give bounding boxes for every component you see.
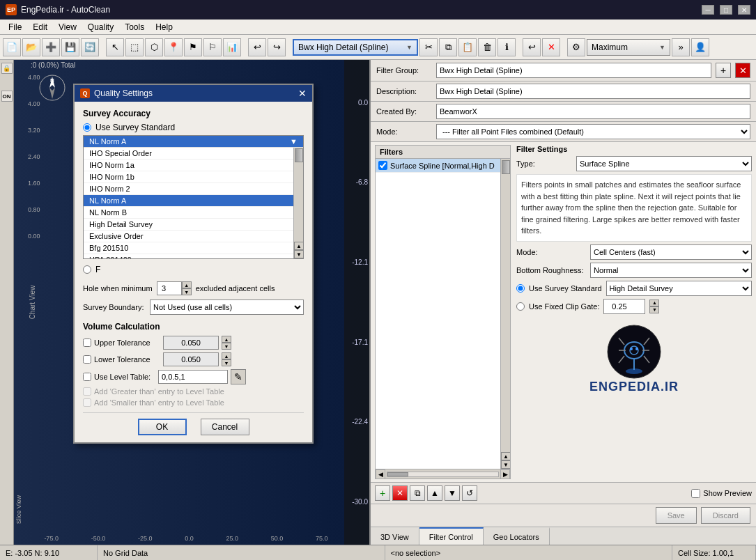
dd-item-0[interactable]: IHO Special Order xyxy=(84,148,303,160)
tb-delete[interactable]: 🗑 xyxy=(478,38,496,56)
level-table-edit-btn[interactable]: ✎ xyxy=(231,369,246,384)
tab-3d-view[interactable]: 3D View xyxy=(371,527,419,545)
lower-spin-up[interactable]: ▲ xyxy=(222,352,231,359)
tb-back[interactable]: ↩ xyxy=(523,38,541,56)
filter-group-add[interactable]: + xyxy=(716,63,731,78)
hscroll-right[interactable]: ▶ xyxy=(500,469,510,479)
tb-paste[interactable]: 📋 xyxy=(458,38,477,56)
discard-button[interactable]: Discard xyxy=(701,507,750,524)
filter-scrollbar[interactable]: ▲ ▼ xyxy=(500,159,510,469)
dd-item-6[interactable]: High Detail Survey xyxy=(84,219,303,231)
save-button[interactable]: Save xyxy=(656,507,697,524)
tb-settings[interactable]: ⚙ xyxy=(567,38,585,56)
lower-tol-cb[interactable] xyxy=(83,355,91,364)
tb-select[interactable]: ⬚ xyxy=(125,38,144,56)
tb-copy[interactable]: ⧉ xyxy=(439,38,457,56)
hole-min-input[interactable] xyxy=(157,281,182,295)
tb-redo[interactable]: ↪ xyxy=(268,38,286,56)
add-greater-cb[interactable] xyxy=(83,387,91,396)
use-survey-select[interactable]: High Detail Survey xyxy=(606,281,752,296)
type-select[interactable]: Surface Spline xyxy=(576,156,752,171)
filter-item-1[interactable]: Surface Spline [Normal,High D xyxy=(376,159,510,173)
filter-group-close[interactable]: ✕ xyxy=(735,63,750,78)
filter-reset-btn[interactable]: ↺ xyxy=(462,485,477,501)
cancel-button[interactable]: Cancel xyxy=(201,419,249,435)
upper-tol-cb[interactable] xyxy=(83,339,91,347)
ok-button[interactable]: OK xyxy=(138,419,187,435)
upper-spin-down[interactable]: ▼ xyxy=(222,343,231,350)
filter-delete-btn[interactable]: ✕ xyxy=(392,485,408,501)
hole-spin-up[interactable]: ▲ xyxy=(182,281,192,288)
dialog-use-fixed-radio[interactable] xyxy=(83,265,91,274)
fixed-spin-down[interactable]: ▼ xyxy=(649,306,659,313)
dd-item-7[interactable]: Exclusive Order xyxy=(84,231,303,242)
use-fixed-input[interactable] xyxy=(603,299,645,314)
hscroll-track[interactable] xyxy=(387,472,499,477)
dd-scrollbar[interactable]: ▲ ▼ xyxy=(293,148,303,258)
upper-spin-up[interactable]: ▲ xyxy=(222,336,231,343)
menu-tools[interactable]: Tools xyxy=(119,21,150,33)
minimize-btn[interactable]: ─ xyxy=(702,5,714,15)
filter-scroll-down[interactable]: ▼ xyxy=(501,460,510,469)
menu-quality[interactable]: Quality xyxy=(82,21,119,33)
sidebar-on[interactable]: ON xyxy=(1,91,13,102)
dd-scroll-down[interactable]: ▼ xyxy=(294,250,303,258)
tb-refresh[interactable]: 🔄 xyxy=(81,38,99,56)
created-by-input[interactable] xyxy=(436,104,750,119)
dd-item-4[interactable]: NL Norm A xyxy=(84,195,303,207)
sidebar-lock[interactable]: 🔒 xyxy=(1,63,13,74)
dd-item-9[interactable]: HPA 201409 xyxy=(84,254,303,258)
dd-item-5[interactable]: NL Norm B xyxy=(84,207,303,219)
menu-help[interactable]: Help xyxy=(150,21,178,33)
title-bar-controls[interactable]: ─ □ ✕ xyxy=(702,5,750,15)
maximize-btn[interactable]: □ xyxy=(720,5,732,15)
fs-mode-select[interactable]: Cell Centers (fast) xyxy=(590,244,752,260)
level-table-cb[interactable] xyxy=(83,373,91,381)
filter-checkbox-1[interactable] xyxy=(378,161,387,170)
tb-cursor[interactable]: ↖ xyxy=(106,38,124,56)
dd-item-1[interactable]: IHO Norm 1a xyxy=(84,160,303,171)
tb-open[interactable]: 📂 xyxy=(22,38,40,56)
hscroll-left[interactable]: ◀ xyxy=(376,469,385,479)
close-btn[interactable]: ✕ xyxy=(738,5,750,15)
filter-add-btn[interactable]: + xyxy=(375,485,390,501)
tb-cut[interactable]: ✂ xyxy=(419,38,438,56)
tb-profile[interactable]: 👤 xyxy=(691,38,709,56)
upper-tol-input[interactable] xyxy=(163,336,219,350)
dd-item-8[interactable]: Bfg 201510 xyxy=(84,242,303,254)
tb-new[interactable]: 📄 xyxy=(3,38,21,56)
use-survey-radio[interactable] xyxy=(516,284,525,293)
menu-edit[interactable]: Edit xyxy=(27,21,53,33)
dd-scroll-up[interactable]: ▲ xyxy=(294,242,303,250)
filter-copy-btn[interactable]: ⧉ xyxy=(410,485,425,501)
filter-up-btn[interactable]: ▲ xyxy=(427,485,442,501)
tab-geo-locators[interactable]: Geo Locators xyxy=(484,527,550,545)
tab-filter-control[interactable]: Filter Control xyxy=(419,527,484,545)
tb-stop[interactable]: ✕ xyxy=(542,38,560,56)
show-preview-checkbox[interactable] xyxy=(691,489,700,498)
max-dropdown[interactable]: Maximum ▼ xyxy=(587,39,670,56)
tb-chart[interactable]: 📊 xyxy=(223,38,241,56)
tb-expand[interactable]: » xyxy=(672,38,690,56)
survey-dropdown[interactable]: Bwx High Detail (Spline) ▼ xyxy=(293,39,418,56)
description-input[interactable] xyxy=(436,84,750,99)
tb-polygon[interactable]: ⬡ xyxy=(145,38,163,56)
filter-hscroll[interactable]: ◀ ▶ xyxy=(376,469,510,479)
tb-flag[interactable]: ⚑ xyxy=(184,38,202,56)
tb-info[interactable]: ℹ xyxy=(497,38,516,56)
lower-spin-down[interactable]: ▼ xyxy=(222,359,231,366)
hole-spin-down[interactable]: ▼ xyxy=(182,288,192,295)
fixed-spin-up[interactable]: ▲ xyxy=(649,300,659,306)
menu-file[interactable]: File xyxy=(3,21,27,33)
survey-boundary-select[interactable]: Not Used (use all cells) xyxy=(150,300,304,315)
dialog-close-btn[interactable]: ✕ xyxy=(298,88,307,99)
dd-item-2[interactable]: IHO Norm 1b xyxy=(84,171,303,183)
survey-dropdown-container[interactable]: NL Norm A ▼ IHO Special Order IHO Norm 1… xyxy=(83,135,304,259)
tb-add[interactable]: ➕ xyxy=(42,38,60,56)
add-smaller-cb[interactable] xyxy=(83,398,91,407)
tb-flag2[interactable]: ⚐ xyxy=(203,38,222,56)
use-fixed-radio[interactable] xyxy=(516,302,525,311)
dialog-use-survey-radio[interactable] xyxy=(83,123,91,132)
mode-select[interactable]: --- Filter all Point Files combined (Def… xyxy=(436,124,750,139)
filter-group-input[interactable] xyxy=(436,63,711,78)
